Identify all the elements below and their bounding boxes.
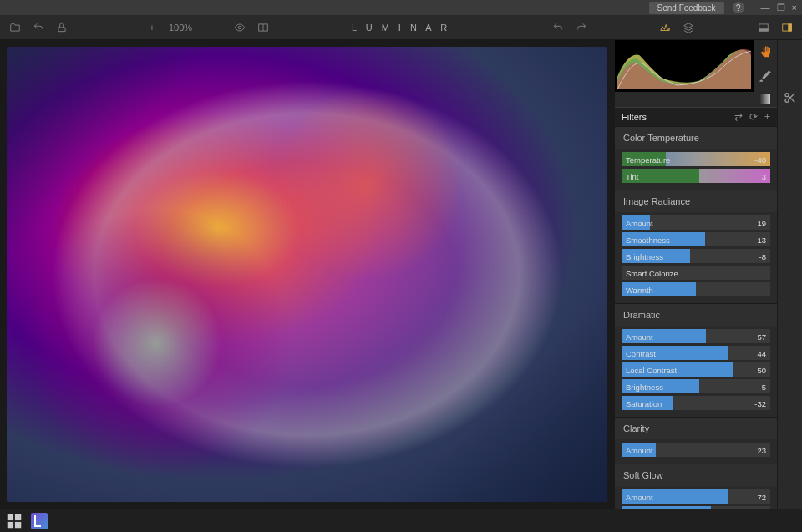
local-contrast-slider[interactable]: Local Contrast50 <box>622 362 770 377</box>
window-controls: — ❐ × <box>761 3 797 13</box>
filters-header: Filters ⇄ ⟳ + <box>615 107 777 127</box>
filters-list[interactable]: Color Temperature Temperature-40 Tint3 I… <box>615 127 777 509</box>
zoom-in-icon[interactable]: + <box>145 21 159 34</box>
amount-slider[interactable]: Amount23 <box>622 443 770 457</box>
side-panel: Filters ⇄ ⟳ + Color Temperature Temperat… <box>614 40 777 509</box>
right-toolstrip <box>777 40 802 509</box>
brush-tool-icon[interactable] <box>758 68 773 84</box>
share-icon[interactable] <box>55 21 69 34</box>
revert-icon[interactable] <box>32 21 45 34</box>
contrast-slider[interactable]: Contrast44 <box>622 346 770 360</box>
smart-colorize-slider[interactable]: Smart Colorize <box>622 266 770 280</box>
filter-settings-icon[interactable]: ⇄ <box>734 111 743 123</box>
luminar-app-icon[interactable] <box>30 512 48 530</box>
panel-layout-icon[interactable] <box>780 21 794 34</box>
gradient-tool-icon[interactable] <box>758 92 773 107</box>
zoom-out-icon[interactable]: − <box>122 21 135 34</box>
folder-icon[interactable] <box>8 21 22 34</box>
histogram[interactable] <box>615 40 754 92</box>
view-mode-icon[interactable] <box>757 21 770 34</box>
svg-rect-10 <box>8 514 13 519</box>
filter-reset-icon[interactable]: ⟳ <box>749 111 758 123</box>
canvas[interactable] <box>0 40 614 509</box>
filters-title: Filters <box>622 112 734 122</box>
svg-rect-6 <box>789 23 792 30</box>
svg-rect-7 <box>760 94 770 104</box>
clarity-section: Clarity Amount23 <box>615 418 777 464</box>
section-header[interactable]: Clarity <box>615 418 777 439</box>
amount-slider[interactable]: Amount57 <box>622 329 770 343</box>
layers-icon[interactable] <box>682 21 695 34</box>
brightness-slider[interactable]: Brightness-8 <box>622 249 770 263</box>
section-header[interactable]: Dramatic <box>615 304 777 326</box>
amount-slider[interactable]: Amount72 <box>622 489 770 504</box>
filter-add-icon[interactable]: + <box>764 111 770 123</box>
dramatic-section: Dramatic Amount57Contrast44Local Contras… <box>615 304 777 418</box>
svg-rect-12 <box>8 521 13 527</box>
zoom-level: 100% <box>169 23 192 33</box>
photo-preview <box>7 47 607 502</box>
svg-rect-4 <box>759 28 769 30</box>
soft-glow-section: Soft Glow Amount72Smoothness20Brightness… <box>615 464 777 509</box>
brightness-slider[interactable]: Brightness5 <box>622 379 770 393</box>
redo-icon[interactable] <box>575 21 588 34</box>
svg-point-8 <box>785 94 789 97</box>
app-title: L U M I N A R <box>270 23 531 33</box>
temperature-slider[interactable]: Temperature-40 <box>622 152 770 166</box>
svg-rect-13 <box>15 521 21 527</box>
taskbar <box>0 509 802 532</box>
saturation-slider[interactable]: Saturation-32 <box>622 396 770 410</box>
histogram-panel-icon[interactable] <box>658 21 672 34</box>
close-button[interactable]: × <box>792 3 797 13</box>
titlebar: Send Feedback ? — ❐ × <box>0 0 802 15</box>
eye-icon[interactable] <box>233 21 246 34</box>
windows-start-icon[interactable] <box>5 512 23 530</box>
toolbar: − + 100% L U M I N A R <box>0 15 802 40</box>
restore-button[interactable]: ❐ <box>777 3 785 13</box>
amount-slider[interactable]: Amount19 <box>622 215 770 230</box>
svg-rect-11 <box>15 514 21 519</box>
image-radiance-section: Image Radiance Amount19Smoothness13Brigh… <box>615 190 777 304</box>
svg-point-9 <box>785 99 789 102</box>
compare-icon[interactable] <box>256 21 270 34</box>
smoothness-slider[interactable]: Smoothness13 <box>622 232 770 246</box>
hand-tool-icon[interactable] <box>758 45 773 60</box>
help-icon[interactable]: ? <box>733 2 744 13</box>
section-header[interactable]: Color Temperature <box>615 127 777 149</box>
undo-icon[interactable] <box>551 21 565 34</box>
color-temperature-section: Color Temperature Temperature-40 Tint3 <box>615 127 777 190</box>
smoothness-slider[interactable]: Smoothness20 <box>622 506 770 509</box>
warmth-slider[interactable]: Warmth <box>622 282 770 296</box>
svg-point-0 <box>239 26 242 29</box>
minimize-button[interactable]: — <box>761 3 770 13</box>
send-feedback-button[interactable]: Send Feedback <box>649 2 724 14</box>
tint-slider[interactable]: Tint3 <box>622 169 770 183</box>
crop-scissors-icon[interactable] <box>783 90 798 105</box>
section-header[interactable]: Soft Glow <box>615 464 777 486</box>
section-header[interactable]: Image Radiance <box>615 190 777 212</box>
